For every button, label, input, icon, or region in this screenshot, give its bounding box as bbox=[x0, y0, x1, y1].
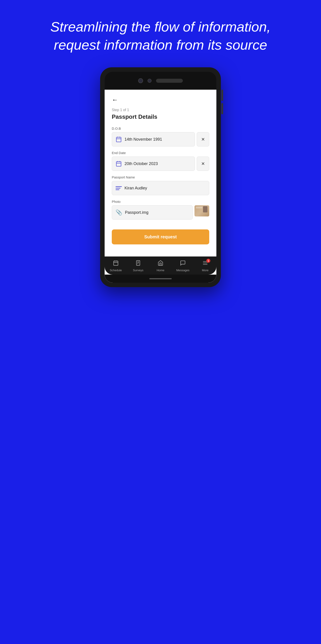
dob-input[interactable]: 14th November 1991 bbox=[112, 132, 195, 146]
passport-name-value: Kiran Audley bbox=[124, 186, 147, 190]
home-icon bbox=[158, 260, 164, 268]
home-indicator bbox=[149, 278, 172, 279]
front-camera-2 bbox=[148, 79, 152, 83]
passport-thumbnail bbox=[194, 205, 209, 216]
end-date-label: End Date bbox=[112, 151, 209, 155]
passport-name-label: Passport Name bbox=[112, 175, 209, 179]
end-date-clear-button[interactable]: ✕ bbox=[197, 156, 209, 171]
end-date-value: 20th October 2023 bbox=[124, 162, 158, 166]
messages-icon bbox=[180, 260, 186, 268]
svg-rect-4 bbox=[116, 162, 121, 166]
nav-item-messages[interactable]: Messages bbox=[172, 256, 194, 274]
svg-rect-0 bbox=[116, 137, 121, 142]
nav-label-schedule: Schedule bbox=[110, 268, 122, 272]
page-title: Passport Details bbox=[112, 113, 209, 120]
end-date-input[interactable]: 20th October 2023 bbox=[112, 156, 195, 171]
speaker bbox=[156, 79, 183, 83]
surveys-icon bbox=[135, 260, 141, 268]
submit-button[interactable]: Submit request bbox=[112, 230, 209, 244]
calendar-icon-2 bbox=[116, 160, 122, 167]
phone-screen: ← Step 1 of 1 Passport Details D.O.B 14t… bbox=[104, 90, 216, 283]
back-button[interactable]: ← bbox=[112, 96, 118, 104]
photo-label: Photo bbox=[112, 200, 209, 204]
dob-field-row: 14th November 1991 ✕ bbox=[112, 132, 209, 146]
nav-item-surveys[interactable]: Surveys bbox=[127, 256, 149, 274]
more-icon: 1 bbox=[202, 260, 208, 268]
phone-mockup: ← Step 1 of 1 Passport Details D.O.B 14t… bbox=[100, 67, 221, 287]
dob-value: 14th November 1991 bbox=[124, 137, 162, 142]
photo-value: Passport.img bbox=[125, 210, 148, 215]
text-lines-icon bbox=[116, 185, 122, 191]
bottom-navigation: Schedule Surveys bbox=[104, 256, 216, 274]
calendar-icon bbox=[116, 136, 122, 142]
nav-item-schedule[interactable]: Schedule bbox=[104, 256, 127, 274]
nav-label-surveys: Surveys bbox=[133, 268, 144, 272]
photo-field-row: 📎 Passport.img bbox=[112, 205, 209, 220]
passport-name-input[interactable]: Kiran Audley bbox=[112, 181, 209, 195]
app-content: ← Step 1 of 1 Passport Details D.O.B 14t… bbox=[104, 90, 216, 256]
nav-item-more[interactable]: 1 More bbox=[194, 256, 216, 274]
nav-label-more: More bbox=[202, 268, 208, 272]
dob-clear-button[interactable]: ✕ bbox=[197, 132, 209, 146]
nav-label-messages: Messages bbox=[176, 268, 189, 272]
end-date-field-row: 20th October 2023 ✕ bbox=[112, 156, 209, 171]
nav-item-home[interactable]: Home bbox=[149, 256, 172, 274]
volume-button-mid bbox=[221, 103, 223, 114]
svg-rect-8 bbox=[114, 261, 118, 266]
front-camera bbox=[138, 78, 143, 83]
nav-label-home: Home bbox=[157, 268, 164, 272]
dob-label: D.O.B bbox=[112, 126, 209, 130]
paperclip-icon: 📎 bbox=[116, 209, 122, 216]
header-tagline: Streamlining the flow of information, re… bbox=[0, 0, 321, 67]
photo-input[interactable]: 📎 Passport.img bbox=[112, 205, 193, 220]
volume-button-top bbox=[221, 90, 223, 101]
phone-top-bar bbox=[104, 72, 216, 90]
phone-bottom-bar bbox=[104, 274, 216, 283]
step-label: Step 1 of 1 bbox=[112, 108, 209, 112]
more-badge: 1 bbox=[206, 259, 210, 263]
schedule-icon bbox=[113, 260, 119, 268]
